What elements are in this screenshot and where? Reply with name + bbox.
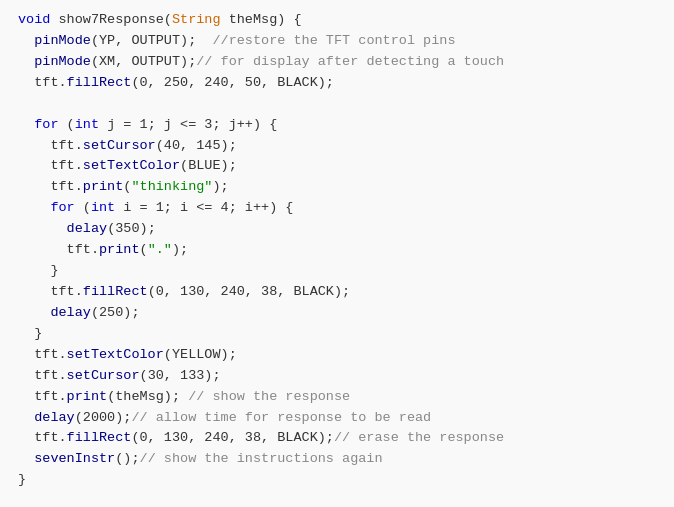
code-line: } bbox=[18, 470, 656, 491]
code-line bbox=[18, 94, 656, 115]
code-line: pinMode(YP, OUTPUT); //restore the TFT c… bbox=[18, 31, 656, 52]
code-line: for (int i = 1; i <= 4; i++) { bbox=[18, 198, 656, 219]
code-line: tft.print(theMsg); // show the response bbox=[18, 387, 656, 408]
code-line: tft.fillRect(0, 250, 240, 50, BLACK); bbox=[18, 73, 656, 94]
code-line: tft.setTextColor(YELLOW); bbox=[18, 345, 656, 366]
code-line: tft.setTextColor(BLUE); bbox=[18, 156, 656, 177]
code-line: tft.fillRect(0, 130, 240, 38, BLACK); bbox=[18, 282, 656, 303]
code-line: tft.fillRect(0, 130, 240, 38, BLACK);// … bbox=[18, 428, 656, 449]
code-line: delay(350); bbox=[18, 219, 656, 240]
code-line: pinMode(XM, OUTPUT);// for display after… bbox=[18, 52, 656, 73]
code-line: delay(2000);// allow time for response t… bbox=[18, 408, 656, 429]
code-line: tft.print("."); bbox=[18, 240, 656, 261]
code-line: for (int j = 1; j <= 3; j++) { bbox=[18, 115, 656, 136]
code-line: } bbox=[18, 324, 656, 345]
code-editor: void show7Response(String theMsg) { pinM… bbox=[0, 0, 674, 507]
code-line: tft.setCursor(40, 145); bbox=[18, 136, 656, 157]
code-line: delay(250); bbox=[18, 303, 656, 324]
code-line: tft.setCursor(30, 133); bbox=[18, 366, 656, 387]
code-line: void show7Response(String theMsg) { bbox=[18, 10, 656, 31]
code-line: sevenInstr();// show the instructions ag… bbox=[18, 449, 656, 470]
code-line: } bbox=[18, 261, 656, 282]
code-line: tft.print("thinking"); bbox=[18, 177, 656, 198]
